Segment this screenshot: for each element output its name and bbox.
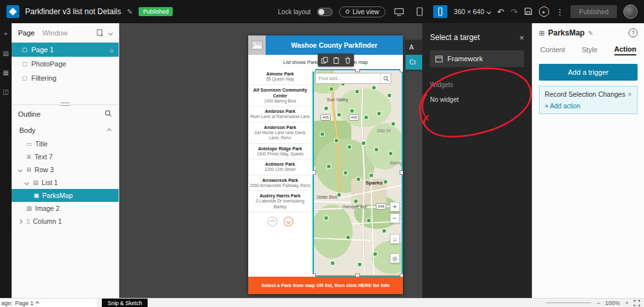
expand-caret[interactable]	[23, 181, 30, 184]
outline-search-button[interactable]	[104, 110, 112, 119]
map-locate-button[interactable]: ◎	[390, 253, 400, 263]
more-options-button[interactable]: ⋮	[556, 8, 564, 16]
preview-button[interactable]: ▸	[539, 6, 549, 17]
fit-to-window-icon[interactable]	[634, 300, 640, 306]
chevron-right-icon	[17, 219, 22, 223]
theme-panel-icon[interactable]: ◫	[3, 89, 8, 95]
save-button[interactable]	[524, 7, 532, 17]
edit-title-icon[interactable]: ✎	[127, 8, 133, 16]
resize-handle[interactable]	[355, 273, 360, 277]
map-search-input[interactable]: Find add...	[315, 73, 391, 84]
target-framework-item[interactable]: Framework	[430, 50, 524, 67]
park-list-item[interactable]: Antelope Ridge Park 1900 Primio Way, Spa…	[248, 144, 312, 160]
map-search-button[interactable]	[380, 74, 391, 83]
expand-caret[interactable]	[17, 168, 23, 172]
park-list-item[interactable]: Anderson Park Del Monte Lane near Davis …	[248, 123, 312, 144]
device-desktop-button[interactable]	[392, 5, 406, 18]
park-list-item[interactable]: Alf Sorensen Community Center 1400 Barin…	[248, 85, 312, 107]
add-page-icon[interactable]	[97, 29, 104, 37]
page-selector[interactable]: age: Page 1	[0, 300, 39, 306]
design-canvas[interactable]: Washoe County Parkfinder List shows Park…	[119, 23, 422, 298]
outline-item-column1[interactable]: ▯ Column 1	[12, 215, 119, 228]
tab-window[interactable]: Window	[43, 29, 68, 37]
viewport-size-dropdown[interactable]: 360 × 640	[454, 8, 491, 15]
tab-content[interactable]: Content	[540, 46, 565, 55]
outline-body-row[interactable]: Body	[12, 123, 119, 137]
chevron-down-icon[interactable]	[108, 30, 113, 35]
resize-handle[interactable]	[400, 273, 403, 277]
copy-widget-button[interactable]	[331, 55, 341, 65]
panel-splitter[interactable]	[12, 104, 119, 105]
app-logo-icon[interactable]	[6, 5, 19, 18]
duplicate-widget-button[interactable]	[319, 55, 329, 65]
page-panel-icon[interactable]: ▤	[3, 50, 8, 57]
left-icon-rail: + ▤ ▦ ◫	[0, 23, 12, 298]
tab-style[interactable]: Style	[581, 46, 597, 55]
page-down-button[interactable]	[284, 217, 293, 226]
map-home-button[interactable]: ⌂	[390, 234, 400, 244]
menu-item-highlighted[interactable]: Cr	[405, 55, 422, 70]
outline-item-text7[interactable]: ≣ Text 7	[12, 150, 119, 163]
remove-trigger-icon[interactable]: ×	[628, 90, 632, 98]
tab-action[interactable]: Action	[614, 45, 636, 55]
park-list-item[interactable]: Ardmore Park 1200 12th Street	[248, 159, 312, 175]
map-canvas[interactable]	[313, 69, 403, 277]
trigger-title: Record Selection Changes	[545, 90, 625, 98]
page-item-page1[interactable]: ▢ Page 1 ⌂	[12, 43, 119, 57]
live-view-button[interactable]: Live view	[339, 6, 385, 17]
row-widget-icon: ⊞	[26, 166, 32, 173]
park-list-item[interactable]: Arrowcreek Park 2950 Arrowcreek Parkway,…	[248, 175, 312, 192]
add-trigger-button[interactable]: Add a trigger	[539, 64, 638, 81]
outline-item-list1[interactable]: ▤ List 1	[12, 176, 119, 189]
park-name: Antelope Ridge Park	[249, 146, 311, 152]
park-name: Arrowcreek Park	[249, 177, 311, 183]
resize-handle[interactable]	[400, 69, 403, 72]
map-zoom-in-button[interactable]: +	[390, 202, 400, 212]
map-zoom-out-button[interactable]: −	[390, 213, 400, 223]
park-list-item[interactable]: Ambrose Park River Lane at Rainshadow La…	[248, 106, 312, 123]
page-item-filtering[interactable]: ▢ Filtering	[12, 71, 119, 85]
publish-button[interactable]: Published	[571, 5, 617, 18]
close-icon[interactable]: ×	[519, 33, 524, 43]
add-action-link[interactable]: + Add action	[545, 103, 632, 110]
user-avatar[interactable]	[623, 5, 638, 19]
expand-caret[interactable]	[17, 220, 23, 223]
page-up-button[interactable]	[268, 217, 277, 226]
data-panel-icon[interactable]: ▦	[3, 70, 8, 76]
page-label-clipped: age:	[1, 300, 13, 306]
help-icon[interactable]: ?	[629, 28, 638, 37]
undo-button[interactable]: ↶	[497, 8, 504, 16]
resize-handle[interactable]	[400, 170, 403, 175]
outline-item-title[interactable]: ▭ Title	[12, 137, 119, 150]
zoom-slider[interactable]	[546, 302, 591, 303]
tab-page[interactable]: Page	[18, 29, 35, 37]
resize-handle[interactable]	[313, 170, 316, 175]
target-panel-header: Select a target ×	[430, 30, 524, 45]
outline-item-image2[interactable]: ▨ Image 2	[12, 202, 119, 215]
device-tablet-button[interactable]	[413, 5, 427, 18]
redo-button[interactable]: ↷	[511, 8, 518, 16]
outline-label: Outline	[18, 110, 41, 118]
rename-widget-icon[interactable]: ✎	[588, 30, 593, 37]
zoom-in-button[interactable]: +	[625, 300, 629, 306]
info-banner[interactable]: Select a Park from map OR list, then cli…	[248, 277, 403, 294]
image-widget-thumbnail[interactable]	[248, 35, 266, 55]
menu-item[interactable]: A	[405, 40, 422, 55]
device-phone-button[interactable]	[433, 5, 447, 18]
parksmap-widget[interactable]: Find add... 445 445 648 Sun Valley Disc …	[313, 69, 403, 277]
outline-item-row3[interactable]: ⊞ Row 3	[12, 163, 119, 176]
lock-layout-toggle[interactable]	[317, 8, 333, 16]
park-list-item[interactable]: Audrey Harris Park 0 Lakeside Dr overloo…	[248, 191, 312, 212]
resize-handle[interactable]	[313, 273, 316, 277]
zoom-out-button[interactable]: −	[596, 300, 600, 306]
park-list-item[interactable]: Aimone Park 55 Queen Way	[248, 69, 312, 85]
snip-sketch-taskbar-window[interactable]: Snip & Sketch	[102, 299, 148, 307]
widget-settings-tabs: Content Style Action	[532, 43, 644, 58]
delete-widget-button[interactable]	[342, 55, 353, 65]
resize-handle[interactable]	[313, 69, 316, 72]
add-widget-icon[interactable]: +	[4, 31, 8, 37]
resize-handle[interactable]	[355, 69, 360, 72]
park-address: Del Monte Lane near Davis Lane, Reno	[249, 130, 311, 141]
outline-item-parksmap[interactable]: ▣ ParksMap	[12, 189, 119, 202]
page-item-photopage[interactable]: ▢ PhotoPage	[12, 57, 119, 71]
